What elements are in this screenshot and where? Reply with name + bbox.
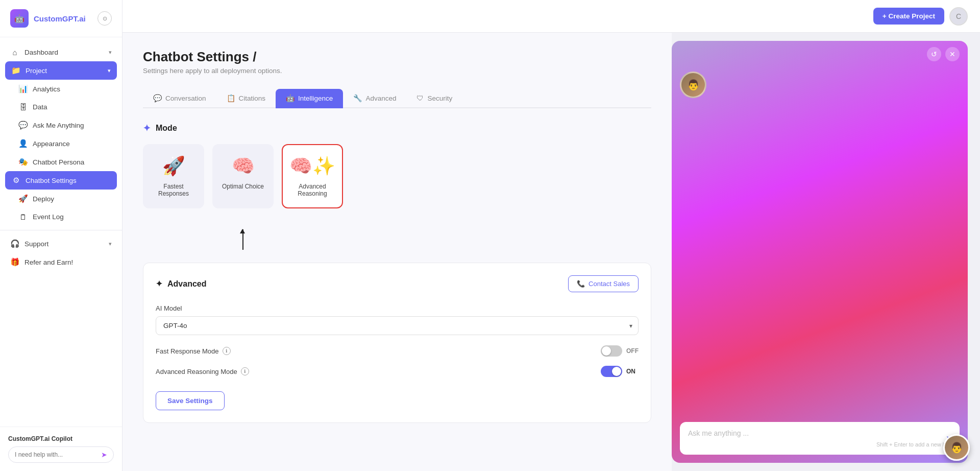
clock-icon: ⊙ [97, 11, 112, 26]
settings-icon: ⚙ [11, 176, 20, 185]
sidebar-item-label: Data [33, 103, 47, 111]
chevron-down-icon: ▾ [109, 49, 112, 56]
advanced-tab-icon: 🔧 [353, 94, 362, 102]
mode-cards: 🚀 FastestResponses 🧠 Optimal Choice 🧠✨ A… [143, 144, 651, 208]
sidebar-item-label: Deploy [33, 195, 54, 203]
fast-response-text: Fast Response Mode [156, 347, 219, 355]
fast-response-label: Fast Response Mode ℹ [156, 347, 601, 355]
arrow-indicator [242, 229, 243, 250]
fastest-label: FastestResponses [158, 183, 189, 197]
create-project-button[interactable]: + Create Project [873, 8, 944, 25]
sidebar-item-refer-earn[interactable]: 🎁 Refer and Earn! [0, 253, 122, 271]
toggle-knob [612, 367, 621, 376]
deploy-icon: 🚀 [18, 194, 28, 203]
advanced-section-icon: ✦ [156, 279, 162, 289]
advanced-reasoning-info-icon[interactable]: ℹ [241, 367, 249, 375]
sidebar-item-label: Event Log [33, 213, 64, 221]
advanced-reasoning-row: Advanced Reasoning Mode ℹ ON [156, 366, 639, 377]
sidebar-item-label: Ask Me Anything [33, 122, 84, 129]
advanced-header: ✦ Advanced 📞 Contact Sales [156, 275, 639, 292]
advanced-reasoning-label: AdvancedReasoning [298, 183, 327, 197]
contact-sales-button[interactable]: 📞 Contact Sales [568, 275, 639, 292]
advanced-section-title: ✦ Advanced [156, 279, 206, 289]
copilot-label: CustomGPT.ai Copilot [8, 435, 114, 442]
chat-refresh-button[interactable]: ↺ [927, 47, 941, 61]
sidebar-item-label: Analytics [33, 85, 60, 93]
persona-icon: 🎭 [18, 157, 28, 167]
sidebar-item-label: Support [24, 240, 48, 248]
toggle-knob [602, 346, 611, 356]
content-area: Chatbot Settings / Settings here apply t… [122, 33, 980, 471]
logo-icon: 🤖 [10, 9, 29, 28]
mode-section-icon: ✦ [143, 123, 151, 134]
sidebar-item-event-log[interactable]: 🗒 Event Log [0, 208, 122, 226]
mode-section-title: ✦ Mode [143, 123, 651, 134]
data-icon: 🗄 [18, 103, 28, 111]
logo-text: CustomGPT.ai [34, 14, 86, 23]
sidebar-item-chatbot-settings[interactable]: ⚙ Chatbot Settings [5, 171, 117, 190]
fast-response-status: OFF [626, 347, 639, 355]
sidebar-item-chatbot-persona[interactable]: 🎭 Chatbot Persona [0, 153, 122, 171]
tab-advanced[interactable]: 🔧 Advanced [343, 89, 406, 108]
sidebar-item-label: Appearance [33, 140, 70, 148]
settings-panel: Chatbot Settings / Settings here apply t… [122, 33, 672, 471]
fast-response-info-icon[interactable]: ℹ [223, 347, 231, 355]
advanced-settings-section: ✦ Advanced 📞 Contact Sales AI Model GPT-… [143, 263, 651, 423]
ai-model-label: AI Model [156, 304, 639, 312]
sidebar-item-project[interactable]: 📁 Project ▾ [5, 61, 117, 80]
fast-response-row: Fast Response Mode ℹ OFF [156, 345, 639, 357]
advanced-reasoning-toggle-area: ON [601, 366, 639, 377]
advanced-reasoning-text: Advanced Reasoning Mode [156, 368, 237, 375]
advanced-reasoning-status: ON [626, 368, 639, 375]
chat-close-button[interactable]: ✕ [945, 47, 960, 61]
optimal-label: Optimal Choice [222, 183, 264, 190]
ai-model-select-wrapper: GPT-4o GPT-4 GPT-3.5 Turbo ▾ [156, 316, 639, 335]
chat-input-placeholder[interactable]: Ask me anything ... [688, 429, 951, 437]
main-area: + Create Project C Chatbot Settings / Se… [122, 0, 980, 471]
fast-response-toggle[interactable] [601, 345, 622, 357]
mode-title-text: Mode [156, 124, 177, 133]
mode-card-advanced-reasoning[interactable]: 🧠✨ AdvancedReasoning [282, 144, 343, 208]
sidebar-item-ask-me-anything[interactable]: 💬 Ask Me Anything [0, 116, 122, 134]
logo-area: 🤖 CustomGPT.ai ⊙ [0, 0, 122, 37]
sidebar-bottom: CustomGPT.ai Copilot ➤ [0, 427, 122, 471]
fastest-icon: 🚀 [162, 155, 185, 177]
advanced-title-text: Advanced [167, 279, 206, 289]
top-bar: + Create Project C [122, 0, 980, 33]
tab-citations[interactable]: 📋 Citations [216, 89, 276, 108]
security-tab-icon: 🛡 [416, 94, 424, 102]
citations-tab-icon: 📋 [227, 94, 235, 102]
chevron-down-icon: ▾ [108, 67, 111, 74]
mode-card-fastest[interactable]: 🚀 FastestResponses [143, 144, 204, 208]
nav-section: ⌂ Dashboard ▾ 📁 Project ▾ 📊 Analytics 🗄 … [0, 37, 122, 277]
fast-response-toggle-area: OFF [601, 345, 639, 357]
user-avatar[interactable]: C [949, 7, 968, 26]
sidebar-item-dashboard[interactable]: ⌂ Dashboard ▾ [0, 43, 122, 61]
tab-security[interactable]: 🛡 Security [406, 89, 462, 108]
refer-earn-icon: 🎁 [10, 257, 19, 267]
tab-label: Security [427, 95, 452, 102]
page-title: Chatbot Settings / [143, 49, 651, 65]
event-log-icon: 🗒 [18, 213, 28, 221]
chevron-down-icon: ▾ [109, 241, 112, 247]
mode-card-optimal[interactable]: 🧠 Optimal Choice [212, 144, 274, 208]
sidebar-item-analytics[interactable]: 📊 Analytics [0, 80, 122, 98]
copilot-input-area: ➤ [8, 446, 114, 463]
bottom-avatar[interactable]: 👨 [943, 434, 970, 461]
sidebar-item-deploy[interactable]: 🚀 Deploy [0, 190, 122, 208]
sidebar-item-appearance[interactable]: 👤 Appearance [0, 134, 122, 153]
sidebar-item-label: Project [26, 67, 47, 75]
chat-bot-avatar: 👨 [680, 72, 706, 98]
ai-model-select[interactable]: GPT-4o GPT-4 GPT-3.5 Turbo [156, 316, 639, 335]
sidebar-item-label: Chatbot Persona [33, 158, 84, 166]
copilot-input[interactable] [15, 451, 97, 458]
sidebar-item-support[interactable]: 🎧 Support ▾ [0, 234, 122, 253]
tab-intelligence[interactable]: 🤖 Intelligence [276, 89, 343, 108]
chat-preview-panel: ↺ ✕ 👨 Ask me anything ... Shift + Enter … [672, 41, 968, 463]
save-settings-button[interactable]: Save Settings [156, 391, 225, 410]
tab-conversation[interactable]: 💬 Conversation [143, 89, 216, 108]
sidebar-item-data[interactable]: 🗄 Data [0, 98, 122, 116]
support-icon: 🎧 [10, 239, 19, 248]
advanced-reasoning-toggle[interactable] [601, 366, 622, 377]
send-icon[interactable]: ➤ [101, 451, 107, 459]
